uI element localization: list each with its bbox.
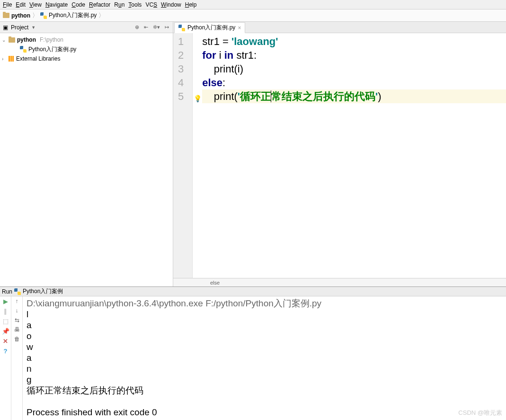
bulb-icon[interactable]: 💡: [194, 92, 202, 106]
close-icon[interactable]: ✕: [3, 338, 8, 345]
editor-tabs: Python入门案例.py ×: [173, 22, 506, 33]
folder-icon: [3, 13, 9, 18]
code-editor[interactable]: 12345 str1 = 'laowang' for i in str1: pr…: [173, 33, 506, 278]
editor-tab[interactable]: Python入门案例.py ×: [174, 22, 245, 33]
chevron-icon: 〉: [32, 11, 38, 20]
folder-icon: [9, 37, 15, 43]
scroll-from-source-icon[interactable]: ⊕: [134, 24, 140, 30]
project-sidebar: ▣ Project ▼ ⊕ ⇤ ✲▾ ↦ ⌄ python F:\python …: [0, 22, 173, 286]
wrap-icon[interactable]: ⇆: [15, 317, 19, 323]
run-panel: Run Python入门案例 ▶ ∥ ⬚ 📌 ✕ ? ↑ ↓ ⇆ 🖶 🗑 D:\…: [0, 286, 506, 420]
console-output[interactable]: D:\xiangmuruanjian\python-3.6.4\python.e…: [23, 296, 506, 420]
python-icon: [40, 12, 47, 19]
collapse-icon[interactable]: ⇤: [143, 24, 149, 30]
menu-view[interactable]: View: [29, 1, 42, 8]
menu-run[interactable]: Run: [114, 1, 124, 8]
expand-icon[interactable]: ›: [2, 56, 7, 62]
python-icon: [14, 288, 21, 295]
menu-bar: FFileile Edit View Navigate Code Refacto…: [0, 0, 506, 9]
sidebar-title[interactable]: Project: [11, 24, 28, 31]
help-icon[interactable]: ?: [4, 348, 8, 355]
breadcrumb: python 〉 Python入门案例.py 〉: [0, 9, 506, 22]
rerun-icon[interactable]: ▶: [3, 298, 8, 305]
project-tool-icon: ▣: [3, 24, 8, 31]
gutter: 12345: [173, 33, 193, 278]
chevron-icon: 〉: [98, 11, 105, 20]
library-icon: [9, 56, 14, 62]
debug-icon[interactable]: ⬚: [3, 318, 9, 325]
hide-icon[interactable]: ↦: [164, 24, 170, 30]
editor-area: Python入门案例.py × 12345 str1 = 'laowang' f…: [173, 22, 506, 286]
tree-root-label: python: [17, 36, 36, 43]
menu-code[interactable]: Code: [71, 1, 85, 8]
watermark: CSDN @唯元素: [458, 409, 502, 417]
trash-icon[interactable]: 🗑: [14, 336, 20, 342]
python-icon: [20, 46, 27, 53]
menu-file[interactable]: FFileile: [3, 1, 12, 8]
tree-ext-label: External Libraries: [16, 55, 60, 62]
breadcrumb-root[interactable]: python: [11, 12, 30, 19]
menu-edit[interactable]: Edit: [16, 1, 26, 8]
project-tree: ⌄ python F:\python Python入门案例.py › Exter…: [0, 33, 173, 65]
code-content[interactable]: str1 = 'laowang' for i in str1: print(i)…: [193, 33, 506, 278]
run-toolbar-2: ↑ ↓ ⇆ 🖶 🗑: [11, 296, 23, 420]
menu-window[interactable]: Window: [161, 1, 181, 8]
menu-navigate[interactable]: Navigate: [45, 1, 68, 8]
menu-tools[interactable]: Tools: [128, 1, 142, 8]
expand-icon[interactable]: ⌄: [2, 37, 7, 43]
pin-icon[interactable]: 📌: [2, 328, 9, 335]
tree-external-libs[interactable]: › External Libraries: [0, 54, 173, 63]
editor-breadcrumb: else: [173, 278, 506, 286]
tab-label: Python入门案例.py: [187, 24, 235, 32]
sidebar-header: ▣ Project ▼ ⊕ ⇤ ✲▾ ↦: [0, 22, 173, 33]
dropdown-icon[interactable]: ▼: [31, 25, 36, 30]
python-icon: [178, 25, 185, 31]
up-icon[interactable]: ↑: [16, 298, 18, 304]
tree-root[interactable]: ⌄ python F:\python: [0, 35, 173, 45]
down-icon[interactable]: ↓: [16, 307, 18, 314]
tree-file[interactable]: Python入门案例.py: [0, 45, 173, 54]
menu-vcs[interactable]: VCS: [145, 1, 157, 8]
settings-icon[interactable]: ✲▾: [152, 24, 161, 30]
breadcrumb-file[interactable]: Python入门案例.py: [49, 11, 97, 19]
tree-file-label: Python入门案例.py: [28, 45, 76, 54]
run-config-name[interactable]: Python入门案例: [23, 287, 63, 295]
run-label: Run: [2, 288, 12, 295]
close-icon[interactable]: ×: [238, 25, 241, 31]
crumb-else[interactable]: else: [210, 280, 220, 286]
tree-root-path: F:\python: [40, 36, 63, 43]
stop-icon[interactable]: ∥: [4, 308, 7, 315]
menu-refactor[interactable]: Refactor: [89, 1, 110, 8]
run-header: Run Python入门案例: [0, 287, 506, 296]
menu-help[interactable]: Help: [185, 1, 197, 8]
print-icon[interactable]: 🖶: [14, 326, 20, 333]
run-toolbar-left: ▶ ∥ ⬚ 📌 ✕ ?: [0, 296, 11, 420]
